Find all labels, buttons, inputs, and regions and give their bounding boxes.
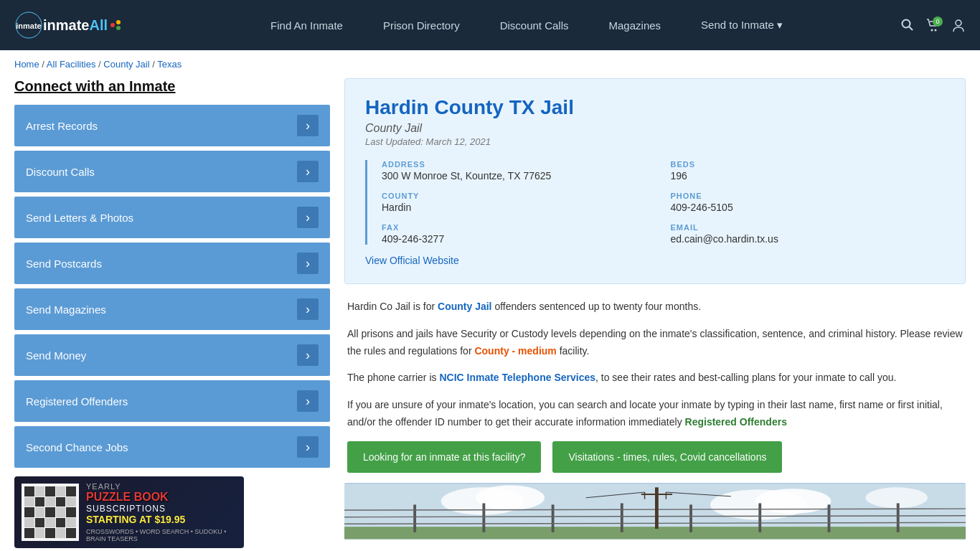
registered-offenders-link[interactable]: Registered Offenders (685, 416, 787, 428)
svg-point-12 (476, 485, 545, 510)
svg-point-2 (110, 23, 115, 27)
county-label: COUNTY (382, 192, 656, 200)
beds-field: BEDS 196 (671, 160, 946, 182)
search-icon (901, 19, 914, 32)
facility-photo (344, 483, 966, 540)
ad-puzzle-book: PUZZLE BOOK (86, 491, 237, 504)
logo-text: inmateAll (43, 17, 108, 34)
desc-p1: Hardin Co Jail is for County Jail offend… (347, 298, 963, 316)
nav-links: Find An Inmate Prison Directory Discount… (152, 0, 901, 50)
visitation-button[interactable]: Visitations - times, rules, Covid cancel… (552, 441, 782, 473)
facility-name: Hardin County TX Jail (365, 96, 945, 119)
ad-puzzle-image (22, 484, 79, 541)
arrow-icon: › (297, 298, 319, 320)
sidebar-item-label: Discount Calls (26, 166, 95, 178)
advertisement[interactable]: YEARLY PUZZLE BOOK SUBSCRIPTIONS STARTIN… (14, 476, 244, 548)
desc-p3: The phone carrier is NCIC Inmate Telepho… (347, 369, 963, 387)
user-button[interactable] (951, 18, 966, 32)
facility-type: County Jail (365, 122, 945, 135)
email-field: EMAIL ed.cain@co.hardin.tx.us (671, 223, 946, 245)
arrow-icon: › (297, 436, 319, 458)
email-value: ed.cain@co.hardin.tx.us (671, 233, 946, 245)
ad-subscriptions: SUBSCRIPTIONS (86, 504, 237, 514)
svg-line-6 (909, 27, 913, 30)
official-website-link[interactable]: View Official Website (365, 255, 459, 266)
action-buttons: Looking for an inmate at this facility? … (347, 441, 963, 473)
sidebar-item-arrest-records[interactable]: Arrest Records › (14, 105, 330, 146)
sidebar: Connect with an Inmate Arrest Records › … (14, 78, 330, 548)
sidebar-item-label: Arrest Records (26, 120, 98, 132)
svg-rect-20 (621, 503, 623, 532)
breadcrumb-all-facilities[interactable]: All Facilities (47, 59, 96, 70)
nav-prison-directory[interactable]: Prison Directory (363, 0, 480, 50)
ncic-link[interactable]: NCIC Inmate Telephone Services (439, 372, 595, 383)
sidebar-item-discount-calls[interactable]: Discount Calls › (14, 151, 330, 192)
facility-card: Hardin County TX Jail County Jail Last U… (344, 78, 966, 284)
svg-point-4 (116, 26, 121, 30)
breadcrumb-county-jail[interactable]: County Jail (103, 59, 149, 70)
nav-discount-calls[interactable]: Discount Calls (480, 0, 589, 50)
facility-updated: Last Updated: March 12, 2021 (365, 136, 945, 147)
county-medium-link[interactable]: County - medium (474, 345, 556, 357)
fax-value: 409-246-3277 (382, 233, 656, 245)
ad-text: YEARLY PUZZLE BOOK SUBSCRIPTIONS STARTIN… (86, 482, 237, 542)
beds-value: 196 (671, 170, 946, 182)
nav-send-to-inmate[interactable]: Send to Inmate ▾ (681, 0, 803, 50)
county-value: Hardin (382, 202, 656, 213)
breadcrumb: Home / All Facilities / County Jail / Te… (0, 50, 980, 78)
right-content: Hardin County TX Jail County Jail Last U… (344, 78, 966, 548)
breadcrumb-state[interactable]: Texas (157, 59, 182, 70)
svg-rect-28 (655, 487, 659, 529)
sidebar-item-send-letters[interactable]: Send Letters & Photos › (14, 197, 330, 238)
sidebar-item-send-postcards[interactable]: Send Postcards › (14, 242, 330, 284)
breadcrumb-home[interactable]: Home (14, 59, 39, 70)
svg-point-5 (903, 20, 910, 28)
nav-find-inmate[interactable]: Find An Inmate (250, 0, 363, 50)
svg-rect-21 (689, 504, 692, 532)
phone-label: PHONE (671, 192, 946, 200)
nav-icons: 0 (901, 18, 966, 32)
email-label: EMAIL (671, 223, 946, 232)
sidebar-item-label: Second Chance Jobs (26, 441, 128, 453)
svg-rect-17 (413, 504, 416, 532)
sidebar-item-send-magazines[interactable]: Send Magazines › (14, 288, 330, 330)
fax-field: FAX 409-246-3277 (382, 223, 656, 245)
svg-rect-19 (552, 504, 555, 532)
sidebar-item-second-chance-jobs[interactable]: Second Chance Jobs › (14, 426, 330, 468)
facility-image (344, 483, 966, 540)
phone-value: 409-246-5105 (671, 202, 946, 213)
sidebar-item-send-money[interactable]: Send Money › (14, 334, 330, 376)
ad-yearly: YEARLY (86, 482, 237, 491)
ad-puzzle-types: CROSSWORDS • WORD SEARCH • SUDOKU • BRAI… (86, 528, 237, 542)
arrow-icon: › (297, 207, 319, 228)
sidebar-item-label: Send Magazines (26, 303, 106, 316)
desc-p2: All prisons and jails have Security or C… (347, 326, 963, 360)
facility-website: View Official Website (365, 255, 945, 266)
navigation: inmate inmateAll Find An Inmate Prison D… (0, 0, 980, 50)
facility-description: Hardin Co Jail is for County Jail offend… (344, 298, 966, 473)
arrow-icon: › (297, 344, 319, 366)
svg-rect-24 (897, 503, 900, 532)
sidebar-item-registered-offenders[interactable]: Registered Offenders › (14, 380, 330, 422)
arrow-icon: › (297, 253, 319, 274)
county-field: COUNTY Hardin (382, 192, 656, 213)
sidebar-item-label: Send Postcards (26, 258, 102, 270)
address-label: ADDRESS (382, 160, 656, 169)
phone-field: PHONE 409-246-5105 (671, 192, 946, 213)
arrow-icon: › (297, 390, 319, 412)
ad-starting-price: STARTING AT $19.95 (86, 514, 237, 525)
arrow-icon: › (297, 161, 319, 182)
looking-for-inmate-button[interactable]: Looking for an inmate at this facility? (347, 441, 541, 473)
nav-magazines[interactable]: Magazines (589, 0, 682, 50)
county-jail-link[interactable]: County Jail (438, 301, 491, 312)
address-field: ADDRESS 300 W Monroe St, Kountze, TX 776… (382, 160, 656, 182)
sidebar-item-label: Registered Offenders (26, 395, 128, 408)
cart-button[interactable]: 0 (925, 18, 940, 32)
main-content: Connect with an Inmate Arrest Records › … (0, 78, 980, 551)
logo-icon: inmate (14, 11, 43, 39)
logo[interactable]: inmate inmateAll (14, 11, 123, 39)
sidebar-item-label: Send Letters & Photos (26, 212, 133, 224)
search-button[interactable] (901, 19, 914, 32)
desc-p4: If you are unsure of your inmate's locat… (347, 397, 963, 431)
logo-dots-icon (109, 18, 123, 32)
